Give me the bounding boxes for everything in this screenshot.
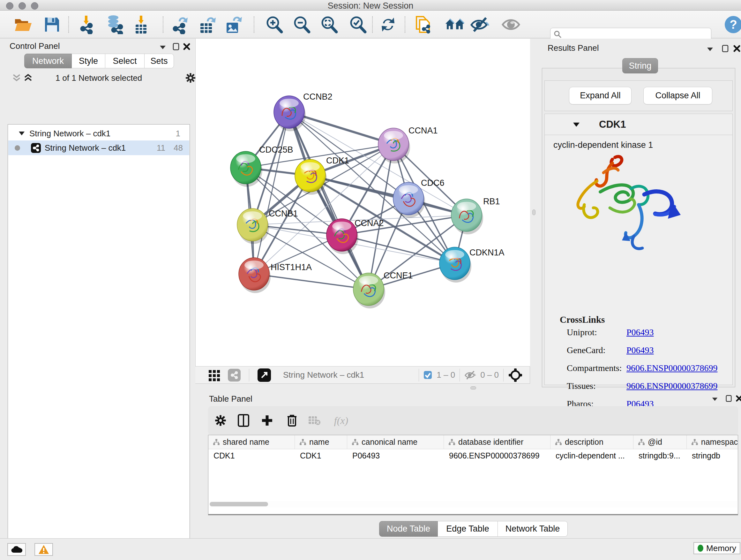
column-header-@id[interactable]: @id (633, 435, 687, 449)
node-RB1[interactable]: RB1 (451, 197, 500, 234)
node-CCNE1[interactable]: CCNE1 (353, 271, 413, 308)
collapse-panel-icon[interactable] (711, 395, 719, 403)
grid-view-icon[interactable] (208, 369, 221, 381)
clone-network-icon[interactable] (414, 15, 433, 34)
column-header-description[interactable]: description (550, 435, 633, 449)
edge-HIST1H1A-CCNE1[interactable] (254, 274, 368, 289)
toolbar-separator (163, 16, 163, 33)
vertical-splitter-handle[interactable] (532, 209, 536, 215)
add-column-icon[interactable] (260, 414, 274, 427)
export-network-icon[interactable] (171, 15, 191, 34)
node-label-CCNB1: CCNB1 (269, 209, 298, 219)
toolbar-separator (372, 16, 373, 33)
results-panel-title: Results Panel (548, 43, 599, 53)
memory-button[interactable]: Memory (693, 542, 740, 554)
import-table-file-icon[interactable] (131, 15, 151, 34)
table-cell[interactable]: stringdb (687, 451, 738, 460)
selected-checkbox-icon[interactable] (423, 371, 432, 379)
crosslink-value-link[interactable]: 9606.ENSP00000378699 (626, 381, 718, 391)
crosslink-value-link[interactable]: 9606.ENSP00000378699 (626, 363, 718, 373)
network-row[interactable]: String Network – cdk1 11 48 (8, 140, 189, 155)
crosslink-value-link[interactable]: P06493 (626, 345, 654, 355)
float-panel-icon[interactable] (172, 43, 180, 51)
table-cell[interactable]: CDK1 (295, 451, 347, 460)
open-session-icon[interactable] (13, 15, 33, 34)
delete-column-trash-icon[interactable] (285, 414, 299, 427)
import-network-file-icon[interactable] (76, 15, 96, 34)
expand-all-button[interactable]: Expand All (569, 87, 631, 105)
column-type-icon (352, 439, 359, 446)
tab-network[interactable]: Network (24, 54, 72, 68)
hide-eye-icon[interactable] (470, 15, 490, 34)
table-cell[interactable]: stringdb:9... (633, 451, 687, 460)
table-settings-gear-icon[interactable] (213, 414, 228, 427)
float-panel-icon[interactable] (721, 44, 730, 53)
export-image-icon[interactable] (223, 15, 243, 34)
table-cell[interactable]: cyclin-dependent ... (550, 451, 633, 460)
tab-edge-table[interactable]: Edge Table (438, 521, 498, 537)
tab-sets[interactable]: Sets (145, 54, 174, 68)
birdseye-view-icon[interactable] (258, 368, 271, 382)
node-label-CDKN1A: CDKN1A (469, 248, 504, 257)
node-CDK1[interactable]: CDK1 (295, 156, 349, 195)
tab-node-table[interactable]: Node Table (379, 521, 438, 537)
refresh-icon[interactable] (378, 15, 398, 34)
node-HIST1H1A[interactable]: HIST1H1A (239, 258, 312, 293)
network-collection-row[interactable]: String Network – cdk1 1 (8, 127, 189, 140)
collapse-panel-icon[interactable] (158, 43, 167, 51)
zoom-out-icon[interactable] (292, 15, 312, 34)
node-label-CDC25B: CDC25B (259, 145, 293, 154)
collapse-panel-icon[interactable] (706, 45, 714, 53)
show-eye-icon[interactable] (501, 15, 521, 34)
horizontal-splitter-handle[interactable] (470, 386, 476, 389)
import-network-database-icon[interactable] (105, 15, 125, 34)
tab-style[interactable]: Style (72, 54, 105, 68)
column-header-canonical-name[interactable]: canonical name (347, 435, 444, 449)
table-cell[interactable]: P06493 (347, 451, 444, 460)
crosslink-value-link[interactable]: P06493 (626, 327, 654, 337)
zoom-fit-icon[interactable] (319, 15, 339, 34)
table-cell[interactable]: CDK1 (208, 451, 295, 460)
tab-select[interactable]: Select (105, 54, 145, 68)
column-type-icon (213, 439, 220, 446)
table-horizontal-scrollbar[interactable] (209, 501, 737, 507)
column-header-shared-name[interactable]: shared name (208, 435, 295, 449)
close-panel-icon[interactable] (183, 43, 191, 51)
network-share-view-icon[interactable] (228, 369, 241, 381)
cloud-button[interactable] (7, 543, 26, 556)
export-table-icon[interactable] (197, 15, 217, 34)
column-header-namespace[interactable]: namespace (687, 435, 738, 449)
tree-expand-icon[interactable] (18, 130, 25, 137)
table-row[interactable]: CDK1CDK1P064939606.ENSP00000378699cyclin… (208, 449, 738, 462)
show-columns-icon[interactable] (236, 414, 251, 427)
column-header-name[interactable]: name (295, 435, 347, 449)
close-panel-icon[interactable] (735, 395, 741, 402)
save-session-icon[interactable] (42, 15, 62, 34)
gear-icon[interactable] (185, 72, 196, 83)
tab-network-table[interactable]: Network Table (498, 521, 568, 537)
gene-section-header[interactable]: CDK1 (545, 114, 732, 135)
network-selection-bar: 1 of 1 Network selected (8, 71, 190, 84)
scrollbar-thumb[interactable] (210, 502, 268, 506)
float-panel-icon[interactable] (725, 395, 733, 402)
node-CDKN1A[interactable]: CDKN1A (440, 247, 504, 283)
protein-structure-image (562, 153, 683, 256)
tab-string[interactable]: String (622, 58, 658, 73)
network-graph[interactable]: CCNB2CCNA1CDC25BCDK1CDC6RB1CCNB1CCNA2CDK… (195, 39, 530, 366)
two-houses-icon[interactable] (445, 15, 465, 34)
gene-description: cyclin-dependent kinase 1 (553, 140, 732, 150)
search-input[interactable] (562, 30, 702, 39)
collapse-all-button[interactable]: Collapse All (643, 87, 712, 105)
help-icon[interactable]: ? (724, 15, 741, 34)
zoom-selected-icon[interactable] (348, 15, 367, 34)
selected-counts: 1 – 0 (436, 370, 455, 380)
node-CDC25B[interactable]: CDC25B (230, 145, 293, 187)
crosslink-label: Uniprot: (567, 327, 626, 337)
zoom-in-icon[interactable] (264, 15, 284, 34)
warning-button[interactable] (35, 543, 53, 556)
column-header-database-identifier[interactable]: database identifier (444, 435, 550, 449)
fit-crosshair-icon[interactable] (508, 368, 523, 382)
table-cell[interactable]: 9606.ENSP00000378699 (444, 451, 550, 460)
section-collapse-icon[interactable] (572, 121, 581, 128)
close-panel-icon[interactable] (733, 44, 741, 53)
